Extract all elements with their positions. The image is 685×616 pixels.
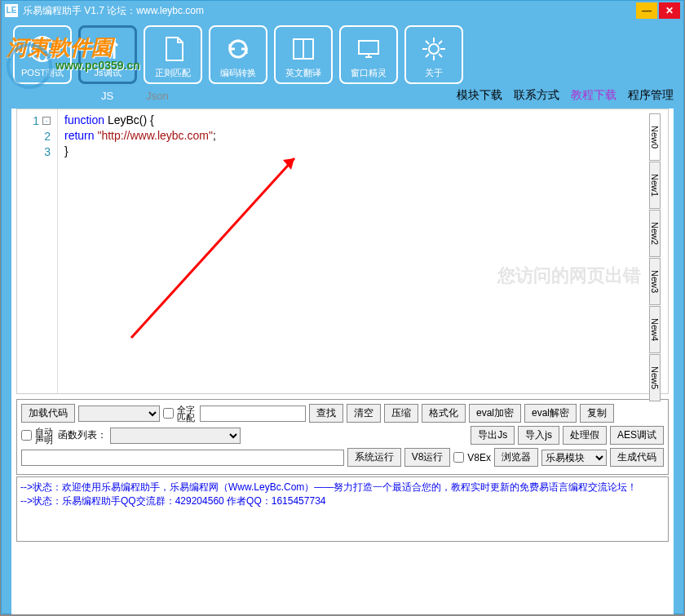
document-icon bbox=[155, 31, 191, 67]
line-gutter: 1- 2 3 bbox=[17, 109, 58, 393]
tool-label: 英文翻译 bbox=[285, 67, 321, 79]
window-title: 乐易编程助手 V1.7 论坛：www.leybc.com bbox=[23, 4, 636, 18]
log-panel: -->状态：欢迎使用乐易编程助手，乐易编程网（Www.LeyBc.Com）——努… bbox=[16, 476, 669, 542]
tab-new3[interactable]: New3 bbox=[649, 258, 661, 305]
tool-label: 正则匹配 bbox=[155, 67, 191, 79]
v8ex-checkbox[interactable] bbox=[453, 452, 464, 463]
app-icon: LE bbox=[5, 4, 18, 17]
import-js-button[interactable]: 导入js bbox=[518, 426, 559, 445]
background-watermark: 您访问的网页出错 bbox=[497, 264, 641, 288]
watermark: 河東軟件園 www.pc0359.cn bbox=[7, 33, 140, 72]
format-button[interactable]: 格式化 bbox=[422, 404, 466, 423]
close-button[interactable]: ✕ bbox=[659, 2, 680, 19]
window-wizard-button[interactable]: 窗口精灵 bbox=[339, 25, 398, 84]
svg-rect-5 bbox=[359, 41, 378, 54]
browser-button[interactable]: 浏览器 bbox=[494, 448, 538, 467]
minimize-button[interactable]: — bbox=[636, 2, 657, 19]
line-number: 1 bbox=[33, 114, 39, 127]
copy-button[interactable]: 复制 bbox=[580, 404, 614, 423]
auto-declare-label: 自动声明 bbox=[35, 428, 55, 444]
sub-tabs: JS Json 模块下载 联系方式 教程下载 程序管理 bbox=[2, 87, 683, 104]
document-tabs: New0 New1 New2 New3 New4 New5 bbox=[649, 113, 669, 402]
link-program-manage[interactable]: 程序管理 bbox=[628, 88, 674, 103]
eval-encrypt-button[interactable]: eval加密 bbox=[469, 404, 521, 423]
compress-button[interactable]: 压缩 bbox=[384, 404, 418, 423]
code-select[interactable] bbox=[78, 405, 160, 422]
full-match-label: 全字匹配 bbox=[177, 405, 197, 422]
translate-button[interactable]: 英文翻译 bbox=[274, 25, 333, 84]
about-button[interactable]: 关于 bbox=[404, 25, 463, 84]
regex-button[interactable]: 正则匹配 bbox=[144, 25, 202, 84]
line-number: 3 bbox=[44, 145, 51, 158]
aes-debug-button[interactable]: AES调试 bbox=[610, 426, 664, 445]
gear-icon bbox=[416, 31, 452, 67]
link-contact[interactable]: 联系方式 bbox=[514, 88, 559, 103]
line-number: 2 bbox=[44, 130, 51, 143]
fold-icon[interactable]: - bbox=[42, 117, 51, 125]
content-area: 1- 2 3 function LeyBc() { return "http:/… bbox=[11, 109, 674, 614]
handle-fake-button[interactable]: 处理假 bbox=[563, 426, 607, 445]
tab-new1[interactable]: New1 bbox=[649, 162, 661, 209]
refresh-icon bbox=[220, 31, 256, 67]
command-input[interactable] bbox=[21, 450, 344, 466]
code-text[interactable]: function LeyBc() { return "http://www.le… bbox=[58, 109, 668, 393]
tab-new4[interactable]: New4 bbox=[649, 306, 661, 353]
find-button[interactable]: 查找 bbox=[309, 404, 343, 423]
code-editor[interactable]: 1- 2 3 function LeyBc() { return "http:/… bbox=[16, 109, 669, 394]
controls-panel: 加载代码 全字匹配 查找 清空 压缩 格式化 eval加密 eval解密 复制 … bbox=[16, 399, 669, 475]
search-input[interactable] bbox=[200, 405, 306, 422]
tool-label: 窗口精灵 bbox=[351, 67, 387, 79]
book-icon bbox=[285, 31, 321, 67]
sys-run-button[interactable]: 系统运行 bbox=[347, 448, 401, 467]
svg-point-8 bbox=[429, 44, 439, 54]
module-select[interactable]: 乐易模块 bbox=[541, 450, 607, 466]
func-list-label: 函数列表： bbox=[58, 428, 107, 442]
encode-button[interactable]: 编码转换 bbox=[209, 25, 267, 84]
func-list-select[interactable] bbox=[110, 428, 241, 444]
export-js-button[interactable]: 导出Js bbox=[471, 426, 515, 445]
load-code-button[interactable]: 加载代码 bbox=[21, 404, 75, 423]
log-line: -->状态：欢迎使用乐易编程助手，乐易编程网（Www.LeyBc.Com）——努… bbox=[20, 481, 665, 494]
clear-button[interactable]: 清空 bbox=[347, 404, 381, 423]
svg-line-9 bbox=[131, 158, 294, 338]
full-match-checkbox[interactable] bbox=[163, 408, 174, 419]
tab-new0[interactable]: New0 bbox=[649, 113, 661, 161]
watermark-url: www.pc0359.cn bbox=[55, 59, 140, 72]
tab-new2[interactable]: New2 bbox=[649, 210, 661, 257]
link-tutorial-download[interactable]: 教程下载 bbox=[571, 88, 616, 103]
eval-decrypt-button[interactable]: eval解密 bbox=[524, 404, 577, 423]
log-line: -->状态：乐易编程助手QQ交流群：429204560 作者QQ：1615457… bbox=[20, 494, 665, 508]
tool-label: 关于 bbox=[425, 67, 443, 79]
gen-code-button[interactable]: 生成代码 bbox=[610, 448, 664, 467]
auto-declare-checkbox[interactable] bbox=[21, 430, 32, 441]
monitor-icon bbox=[351, 31, 387, 67]
tool-label: 编码转换 bbox=[220, 67, 256, 79]
link-module-download[interactable]: 模块下载 bbox=[457, 88, 502, 103]
tab-json[interactable]: Json bbox=[146, 90, 168, 102]
svg-marker-10 bbox=[283, 158, 294, 170]
annotation-arrow bbox=[107, 142, 319, 354]
v8-run-button[interactable]: V8运行 bbox=[404, 448, 451, 467]
tab-new5[interactable]: New5 bbox=[649, 354, 661, 401]
titlebar: LE 乐易编程助手 V1.7 论坛：www.leybc.com — ✕ bbox=[2, 1, 683, 20]
v8ex-label: V8Ex bbox=[467, 452, 491, 463]
tab-js[interactable]: JS bbox=[101, 90, 113, 102]
